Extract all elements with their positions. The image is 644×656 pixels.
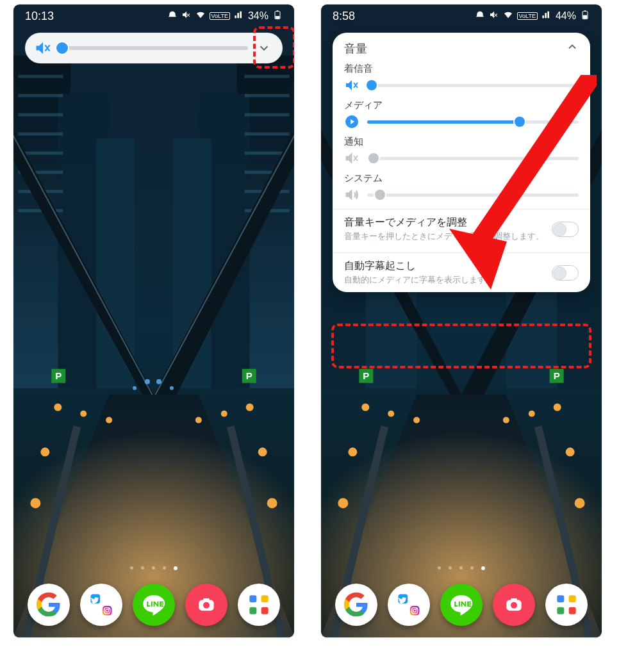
svg-point-37 [170, 386, 174, 390]
volume-hud [25, 33, 283, 63]
svg-point-58 [203, 602, 210, 609]
media-slider[interactable] [367, 120, 579, 124]
svg-rect-16 [245, 94, 290, 97]
app-social-folder[interactable] [80, 584, 122, 626]
svg-text:P: P [554, 370, 560, 381]
mute-icon [34, 39, 52, 57]
status-time: 10:13 [25, 10, 54, 23]
notif-row: 通知 [333, 132, 590, 168]
signal-icon [234, 10, 244, 22]
battery-icon [580, 10, 590, 22]
system-slider[interactable] [367, 193, 579, 197]
svg-point-29 [246, 404, 254, 411]
svg-rect-8 [18, 94, 63, 97]
battery-icon [272, 10, 283, 22]
media-key-toggle-row: 音量キーでメディアを調整 音量キーを押したときにメディア音量を調整します。 [333, 211, 590, 249]
svg-point-35 [156, 379, 161, 384]
svg-rect-85 [584, 10, 586, 11]
app-line[interactable] [440, 584, 483, 626]
alarm-icon [167, 10, 178, 22]
volte-icon: VoLTE [517, 12, 538, 20]
svg-rect-102 [511, 598, 517, 602]
ringtone-slider[interactable] [367, 84, 579, 87]
svg-point-31 [258, 448, 267, 457]
system-row: システム [333, 168, 590, 205]
svg-point-33 [267, 498, 277, 508]
status-icons: VoLTE 44% [475, 10, 590, 22]
app-camera[interactable] [185, 584, 227, 626]
svg-point-49 [108, 609, 110, 610]
media-key-title: 音量キーでメディアを調整 [344, 216, 544, 229]
svg-rect-60 [249, 595, 256, 602]
media-key-toggle[interactable] [552, 222, 579, 237]
svg-rect-103 [557, 595, 564, 602]
app-folder[interactable] [238, 584, 280, 626]
mute-icon [489, 10, 499, 22]
panel-title: 音量 [344, 41, 367, 56]
svg-point-24 [54, 404, 62, 411]
svg-point-36 [133, 386, 136, 390]
ringtone-row: 着信音 [333, 59, 590, 95]
svg-point-92 [416, 609, 417, 610]
svg-point-101 [511, 602, 517, 609]
media-label: メディア [344, 99, 579, 111]
svg-point-75 [554, 404, 561, 411]
battery-text: 44% [556, 10, 576, 22]
svg-rect-18 [245, 133, 290, 136]
notif-slider[interactable] [367, 157, 579, 160]
app-camera[interactable] [493, 584, 535, 626]
svg-text:P: P [55, 370, 62, 381]
svg-point-78 [338, 498, 348, 508]
volume-slider[interactable] [58, 46, 248, 50]
svg-rect-106 [569, 607, 576, 614]
phone-left: P P 10:13 VoLTE 34% [13, 4, 295, 638]
svg-point-77 [566, 448, 575, 457]
dock [321, 584, 602, 626]
svg-text:P: P [246, 370, 252, 381]
alarm-icon [475, 10, 485, 22]
dock [13, 584, 294, 626]
svg-point-27 [195, 417, 202, 423]
status-time: 8:58 [333, 10, 355, 23]
svg-rect-59 [203, 598, 210, 602]
svg-rect-105 [557, 607, 564, 614]
status-bar: 8:58 VoLTE 44% [321, 4, 602, 28]
svg-point-73 [503, 417, 509, 423]
captions-toggle-row: 自動字幕起こし 自動的にメディアに字幕を表示します。 [333, 254, 590, 292]
media-key-desc: 音量キーを押したときにメディア音量を調整します。 [344, 231, 544, 242]
captions-title: 自動字幕起こし [344, 259, 544, 273]
svg-point-32 [30, 498, 40, 508]
app-social-folder[interactable] [388, 584, 430, 626]
ringtone-label: 着信音 [344, 63, 579, 75]
svg-rect-7 [18, 75, 63, 78]
svg-rect-10 [18, 133, 63, 136]
status-bar: 10:13 VoLTE 34% [13, 4, 294, 28]
svg-point-79 [575, 498, 585, 508]
svg-point-25 [80, 411, 87, 417]
svg-point-30 [40, 448, 49, 457]
svg-point-26 [106, 417, 112, 423]
svg-point-28 [221, 411, 227, 417]
captions-toggle[interactable] [552, 265, 579, 281]
app-line[interactable] [133, 584, 175, 626]
speaker-icon [344, 187, 359, 202]
svg-point-71 [388, 411, 394, 417]
app-folder[interactable] [545, 584, 588, 626]
wallpaper: P P [13, 4, 294, 637]
app-google[interactable] [28, 584, 70, 626]
svg-point-72 [413, 417, 420, 423]
svg-point-34 [145, 379, 150, 384]
collapse-button[interactable] [566, 40, 579, 56]
page-indicator [321, 566, 602, 570]
svg-rect-52 [151, 602, 153, 607]
app-google[interactable] [335, 584, 377, 626]
volte-icon: VoLTE [210, 12, 230, 20]
svg-point-76 [348, 448, 357, 457]
svg-rect-9 [18, 113, 63, 117]
svg-rect-17 [245, 113, 290, 117]
svg-rect-44 [276, 16, 280, 19]
svg-rect-104 [569, 595, 576, 602]
mute-icon [344, 151, 359, 166]
expand-button[interactable] [254, 38, 274, 58]
svg-rect-62 [249, 607, 256, 614]
